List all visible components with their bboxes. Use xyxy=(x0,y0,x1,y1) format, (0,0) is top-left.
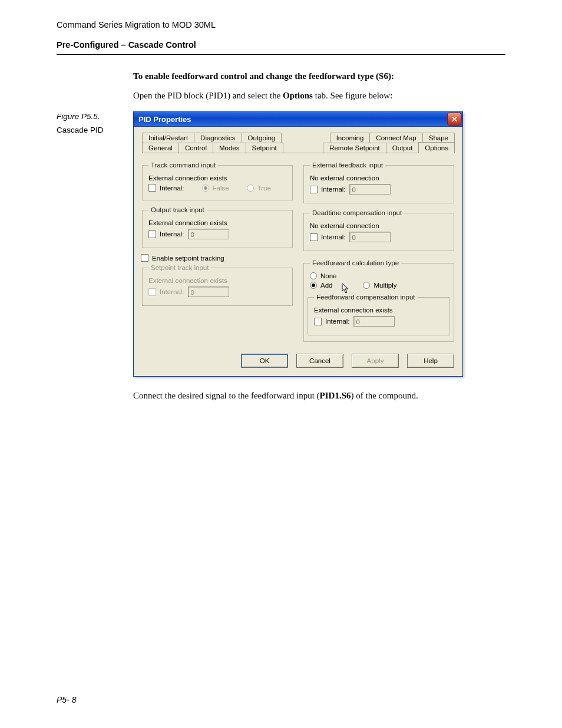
after-figure-text: Connect the desired signal to the feedfo… xyxy=(133,391,505,401)
pid-properties-dialog: PID Properties ✕ Initial/Restart Diagnos… xyxy=(133,111,463,377)
out-track-status: External connection exists xyxy=(148,219,286,226)
ff-type-multiply-radio[interactable] xyxy=(363,282,370,289)
figure-title: Cascade PID xyxy=(57,125,133,136)
legend-deadtime: Deadtime compensation input xyxy=(310,209,404,216)
group-track-command-input: Track command input External connection … xyxy=(142,162,293,200)
deadtime-internal-checkbox[interactable] xyxy=(310,233,318,241)
deadtime-internal-label: Internal: xyxy=(321,233,346,241)
tab-incoming[interactable]: Incoming xyxy=(330,133,371,143)
sp-track-internal-value: 0 xyxy=(188,286,229,297)
ff-comp-internal-value[interactable]: 0 xyxy=(353,316,395,327)
cancel-button[interactable]: Cancel xyxy=(296,354,343,368)
deadtime-status: No external connection xyxy=(310,222,448,229)
tabs: Initial/Restart Diagnostics Outgoing Inc… xyxy=(142,133,454,153)
sp-track-internal-checkbox xyxy=(148,288,156,296)
legend-ff-comp: Feedforward compensation input xyxy=(314,294,418,301)
ext-fb-internal-value[interactable]: 0 xyxy=(349,184,391,195)
tab-general[interactable]: General xyxy=(142,143,179,153)
enable-setpoint-tracking-checkbox[interactable] xyxy=(141,254,148,262)
tab-diagnostics[interactable]: Diagnostics xyxy=(194,133,242,143)
ff-type-add-label: Add xyxy=(320,282,332,289)
ff-comp-internal-label: Internal: xyxy=(325,318,350,325)
group-feedforward-compensation-input: Feedforward compensation input External … xyxy=(308,294,450,335)
group-setpoint-track-input: Setpoint track input External connection… xyxy=(142,264,293,306)
figure-number: Figure P5.5. xyxy=(57,111,133,123)
out-track-internal-checkbox[interactable] xyxy=(148,230,156,238)
track-cmd-false-label: False xyxy=(213,185,229,192)
ff-comp-status: External connection exists xyxy=(314,307,444,314)
page-number: P5- 8 xyxy=(57,695,76,704)
close-button[interactable]: ✕ xyxy=(447,113,461,126)
close-icon: ✕ xyxy=(451,115,458,124)
cursor-icon xyxy=(342,283,350,294)
ext-fb-internal-label: Internal: xyxy=(321,186,346,193)
running-header: Command Series Migration to MOD 30ML xyxy=(57,20,505,29)
legend-sp-track: Setpoint track input xyxy=(148,264,211,271)
enable-setpoint-tracking-label: Enable setpoint tracking xyxy=(152,255,224,262)
apply-button: Apply xyxy=(352,354,399,368)
legend-ext-fb: External feedback input xyxy=(310,162,385,169)
track-cmd-false-radio[interactable] xyxy=(202,185,209,192)
track-cmd-status: External connection exists xyxy=(148,174,286,182)
ff-type-add-radio[interactable] xyxy=(310,282,317,289)
out-track-internal-label: Internal: xyxy=(160,230,184,238)
legend-track-cmd: Track command input xyxy=(148,162,218,169)
ff-comp-internal-checkbox[interactable] xyxy=(314,318,322,325)
ff-type-none-label: None xyxy=(320,272,337,279)
tab-outgoing[interactable]: Outgoing xyxy=(242,133,282,143)
ext-fb-internal-checkbox[interactable] xyxy=(310,186,318,193)
ff-type-multiply-label: Multiply xyxy=(373,282,396,289)
tab-remote-setpoint[interactable]: Remote Setpoint xyxy=(323,143,386,153)
out-track-internal-value[interactable]: 0 xyxy=(188,229,229,239)
track-cmd-true-label: True xyxy=(257,185,271,192)
tab-modes[interactable]: Modes xyxy=(213,143,246,153)
legend-ff-type: Feedforward calculation type xyxy=(310,259,401,266)
ok-button[interactable]: OK xyxy=(241,354,288,368)
sp-track-internal-label: Internal: xyxy=(160,288,184,295)
group-external-feedback-input: External feedback input No external conn… xyxy=(303,162,454,203)
tab-initial-restart[interactable]: Initial/Restart xyxy=(142,133,194,143)
intro-paragraph: Open the PID block (PID1) and select the… xyxy=(133,91,505,101)
sp-track-status: External connection exists xyxy=(148,277,286,284)
help-button[interactable]: Help xyxy=(407,354,454,368)
tab-control[interactable]: Control xyxy=(178,143,213,153)
group-deadtime-compensation-input: Deadtime compensation input No external … xyxy=(303,209,454,251)
tab-output[interactable]: Output xyxy=(386,143,419,153)
titlebar: PID Properties ✕ xyxy=(133,111,463,127)
deadtime-internal-value[interactable]: 0 xyxy=(349,232,391,242)
track-cmd-true-radio[interactable] xyxy=(247,185,254,192)
tab-shape[interactable]: Shape xyxy=(422,133,455,143)
group-feedforward-calc-type: Feedforward calculation type None Add M xyxy=(303,259,454,342)
tab-connect-map[interactable]: Connect Map xyxy=(369,133,422,143)
window-title: PID Properties xyxy=(138,115,447,124)
track-cmd-internal-label: Internal: xyxy=(160,185,184,192)
group-output-track-input: Output track input External connection e… xyxy=(142,206,293,248)
instruction-heading: To enable feedforward control and change… xyxy=(133,71,505,81)
legend-out-track: Output track input xyxy=(148,206,207,213)
ff-type-none-radio[interactable] xyxy=(310,272,317,279)
ext-fb-status: No external connection xyxy=(310,174,448,182)
track-cmd-internal-checkbox[interactable] xyxy=(148,184,156,192)
tab-setpoint[interactable]: Setpoint xyxy=(246,143,283,153)
header-rule xyxy=(57,54,505,55)
section-title: Pre-Configured – Cascade Control xyxy=(57,40,505,50)
tab-options[interactable]: Options xyxy=(418,142,455,153)
